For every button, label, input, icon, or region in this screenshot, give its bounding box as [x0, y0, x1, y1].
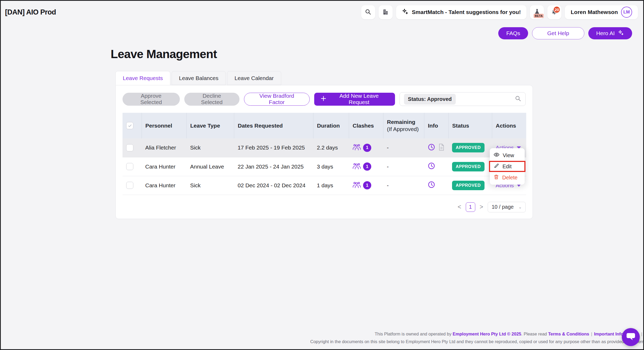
beta-badge: BETA [534, 14, 544, 18]
footer-line-1: This Platform is owned and operated by E… [310, 330, 644, 338]
clash-indicator[interactable]: 1 [352, 181, 379, 190]
clash-count-badge: 1 [363, 181, 371, 189]
status-badge: APPROVED [452, 143, 485, 152]
status-filter-chip[interactable]: Status: Approved [404, 94, 456, 105]
hero-ai-label: Hero AI [596, 30, 615, 36]
header-actions: Actions [492, 113, 526, 138]
row-checkbox[interactable] [126, 182, 133, 189]
people-group-icon [352, 162, 361, 171]
clash-indicator[interactable]: 1 [352, 143, 379, 152]
app-window: [DAN] AIO Prod SmartMatch - Talent sugge… [0, 0, 644, 350]
clock-icon[interactable] [428, 181, 435, 190]
chat-bubble-icon [626, 333, 636, 342]
faqs-button[interactable]: FAQs [498, 27, 528, 39]
clock-icon[interactable] [428, 143, 435, 152]
footer-text: This Platform is owned and operated by [375, 332, 453, 336]
page-size-select[interactable]: 10 / page ⌄ [488, 202, 526, 212]
notifications-button[interactable]: 20 [547, 5, 561, 19]
personnel-cell: Cara Hunter [142, 157, 186, 176]
header-remaining: Remaining (If Approved) [383, 113, 424, 138]
decline-selected-button[interactable]: Decline Selected [184, 93, 239, 106]
user-menu[interactable]: Loren Mathewson LM [565, 5, 638, 19]
edit-highlight-annotation: Edit [489, 161, 525, 172]
toolbar: Approve Selected Decline Selected View B… [123, 92, 526, 106]
pagination: < 1 > 10 / page ⌄ [123, 202, 526, 212]
menu-view-label: View [503, 152, 514, 158]
footer-line-2: Copyright in the documents on this site … [310, 338, 644, 346]
search-button[interactable] [361, 5, 375, 19]
tab-leave-calendar[interactable]: Leave Calendar [227, 71, 281, 85]
clash-count-badge: 1 [363, 144, 371, 152]
clash-indicator[interactable]: 1 [352, 162, 379, 171]
info-cell [428, 143, 445, 152]
header-clashes: Clashes [349, 113, 383, 138]
smartmatch-label: SmartMatch - Talent suggestions for you! [412, 9, 521, 15]
select-all-checkbox[interactable] [126, 122, 133, 129]
menu-item-delete[interactable]: Delete [490, 172, 525, 183]
remaining-cell: - [383, 138, 424, 157]
leave-requests-panel: Approve Selected Decline Selected View B… [115, 85, 533, 219]
table-row: Alia Fletcher Sick 17 Feb 2025 - 19 Feb … [123, 138, 526, 157]
sparkle-icon [402, 8, 409, 16]
pencil-icon [494, 163, 499, 170]
search-icon [515, 95, 521, 103]
leave-type-cell: Sick [186, 176, 234, 195]
people-group-icon [352, 143, 361, 152]
personnel-cell: Cara Hunter [142, 176, 186, 195]
dates-cell: 17 Feb 2025 - 19 Feb 2025 [234, 138, 313, 157]
menu-item-edit[interactable]: Edit [490, 162, 524, 171]
chat-widget-button[interactable] [622, 328, 640, 346]
duration-cell: 1 days [313, 176, 349, 195]
remaining-cell: - [383, 157, 424, 176]
footer-link-employment-hero[interactable]: Employment Hero Pty Ltd © 2025 [453, 332, 521, 336]
page-size-value: 10 / page [492, 204, 514, 210]
footer-separator: | [639, 332, 644, 336]
row-checkbox[interactable] [126, 163, 133, 170]
add-new-leave-request-button[interactable]: Add New Leave Request [314, 93, 395, 106]
header-status: Status [448, 113, 492, 138]
organisation-button[interactable] [379, 5, 393, 19]
sparkle-icon [618, 30, 624, 37]
eye-icon [493, 152, 500, 159]
avatar: LM [621, 7, 632, 18]
prev-page-button[interactable]: < [456, 203, 462, 211]
user-name: Loren Mathewson [571, 9, 618, 15]
view-bradford-factor-button[interactable]: View Bradford Factor [244, 93, 310, 106]
filter-search-input[interactable]: Status: Approved [399, 92, 526, 106]
header-duration: Duration [313, 113, 349, 138]
row-checkbox[interactable] [126, 144, 133, 151]
table-row: Cara Hunter Sick 02 Dec 2024 - 02 Dec 20… [123, 176, 526, 195]
select-all-header [123, 113, 142, 138]
smartmatch-banner[interactable]: SmartMatch - Talent suggestions for you! [396, 5, 527, 19]
get-help-button[interactable]: Get Help [532, 27, 584, 39]
clash-count-badge: 1 [363, 162, 371, 171]
top-bar: [DAN] AIO Prod SmartMatch - Talent sugge… [1, 1, 643, 24]
people-group-icon [352, 181, 361, 190]
header-dates-requested: Dates Requested [234, 113, 313, 138]
leave-type-cell: Sick [186, 138, 234, 157]
table-row: Cara Hunter Annual Leave 22 Jan 2025 - 2… [123, 157, 526, 176]
clock-icon[interactable] [428, 162, 435, 171]
labs-button[interactable]: BETA [530, 5, 544, 19]
tab-leave-balances[interactable]: Leave Balances [172, 71, 226, 85]
chevron-down-icon: ⌄ [518, 205, 522, 209]
menu-item-view[interactable]: View [490, 150, 525, 160]
approve-selected-button[interactable]: Approve Selected [123, 93, 180, 106]
trash-icon [493, 174, 499, 181]
footer-link-terms[interactable]: Terms & Conditions [548, 332, 589, 336]
footer: This Platform is owned and operated by E… [310, 330, 644, 346]
hero-ai-button[interactable]: Hero AI [588, 27, 632, 39]
help-buttons-row: FAQs Get Help Hero AI [1, 24, 643, 39]
menu-delete-label: Delete [502, 175, 518, 181]
header-remaining-sub: (If Approved) [387, 126, 420, 132]
document-icon[interactable] [438, 143, 445, 152]
info-cell [428, 181, 445, 190]
next-page-button[interactable]: > [478, 203, 485, 211]
page-number[interactable]: 1 [466, 202, 475, 212]
menu-edit-label: Edit [502, 164, 511, 170]
duration-cell: 3 days [313, 157, 349, 176]
tab-leave-requests[interactable]: Leave Requests [115, 71, 170, 85]
add-new-leave-request-label: Add New Leave Request [330, 93, 389, 105]
header-leave-type: Leave Type [186, 113, 234, 138]
page-title: Leave Management [111, 47, 643, 61]
